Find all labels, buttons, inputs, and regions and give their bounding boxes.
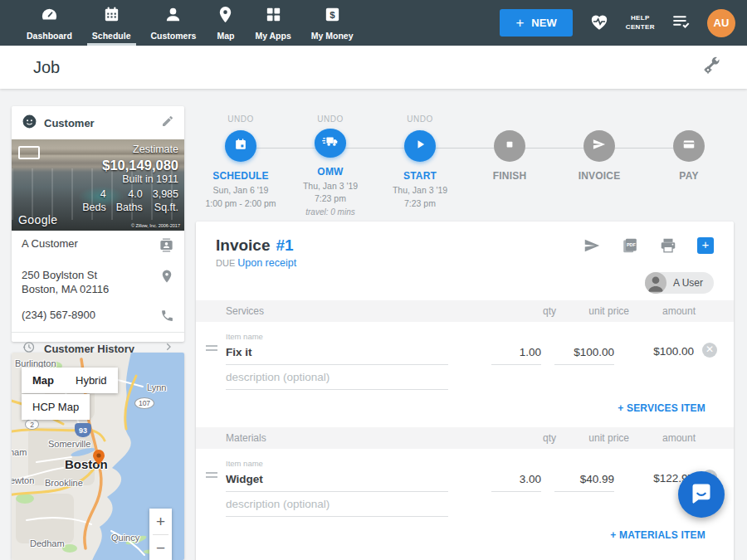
- start-step-button[interactable]: [404, 130, 436, 162]
- step-finish: FINISH: [465, 114, 554, 218]
- nav-item-dashboard[interactable]: Dashboard: [17, 0, 82, 46]
- map-label-quincy: Quincy: [111, 533, 139, 543]
- zoom-out-button[interactable]: −: [149, 535, 172, 560]
- zoom-in-button[interactable]: +: [149, 509, 172, 534]
- location-pin-icon[interactable]: [159, 269, 174, 288]
- send-invoice-icon[interactable]: [583, 236, 601, 255]
- map-type-map-button[interactable]: Map: [22, 368, 65, 393]
- pencil-icon[interactable]: [161, 114, 174, 131]
- invoice-number[interactable]: #1: [276, 236, 293, 255]
- user-avatar[interactable]: AU: [707, 9, 735, 37]
- amount-column-header: amount: [629, 305, 696, 317]
- svg-text:$: $: [330, 10, 335, 20]
- print-icon[interactable]: [659, 236, 677, 255]
- undo-schedule-button[interactable]: UNDO: [227, 114, 253, 128]
- service-unit-price-input[interactable]: [554, 342, 614, 365]
- material-unit-price-input[interactable]: [554, 469, 614, 492]
- customer-card-title: Customer: [44, 117, 95, 129]
- material-item-name-input[interactable]: [226, 469, 448, 492]
- hcp-map-button[interactable]: HCP Map: [22, 394, 90, 420]
- google-logo: Google: [18, 213, 58, 226]
- new-button-label: NEW: [531, 17, 556, 29]
- pdf-icon[interactable]: PDF: [621, 236, 639, 255]
- nav-item-customers[interactable]: Customers: [141, 0, 207, 46]
- interstate-shield-93: 93: [75, 423, 91, 437]
- invoice-step-button[interactable]: [583, 130, 615, 162]
- service-qty-input[interactable]: [491, 342, 541, 365]
- customer-face-icon: [22, 114, 37, 133]
- help-center-line1: HELP: [626, 14, 655, 23]
- route-shield-2: 2: [25, 419, 39, 430]
- calendar-icon: [232, 136, 249, 156]
- undo-start-button[interactable]: UNDO: [407, 114, 432, 128]
- material-qty-input[interactable]: [491, 469, 541, 492]
- property-photo[interactable]: Zestimate $10,149,080 Built in 1911 4Bed…: [12, 139, 184, 231]
- service-item-name-input[interactable]: [226, 342, 448, 365]
- customer-address: 250 Boylston StBoston, MA 02116: [22, 269, 109, 297]
- map-type-hybrid-button[interactable]: Hybrid: [65, 368, 118, 393]
- drag-handle-icon[interactable]: [206, 343, 217, 353]
- help-center-line2: CENTER: [626, 23, 655, 32]
- nav-label: Schedule: [92, 31, 131, 41]
- step-pay: PAY: [644, 114, 734, 218]
- built-year: Built in 1911: [82, 173, 178, 187]
- nav-item-my-money[interactable]: $ My Money: [301, 0, 364, 46]
- route-shield-107: 107: [134, 397, 154, 409]
- step-label: START: [403, 170, 437, 182]
- finish-step-button[interactable]: [494, 130, 525, 162]
- remove-service-item-button[interactable]: ✕: [702, 343, 717, 358]
- invoice-card: Invoice #1 PDF + DUEUpon receipt A User: [196, 222, 734, 560]
- customer-name-row: A Customer: [12, 231, 184, 262]
- add-invoice-button[interactable]: +: [697, 237, 714, 254]
- nav-item-schedule[interactable]: Schedule: [82, 0, 141, 46]
- step-label: SCHEDULE: [212, 170, 269, 182]
- due-terms-link[interactable]: Upon receipt: [237, 257, 296, 269]
- phone-icon[interactable]: [160, 309, 174, 327]
- undo-omw-button[interactable]: UNDO: [317, 114, 343, 126]
- omw-step-button[interactable]: [315, 129, 346, 157]
- drag-handle-icon[interactable]: [206, 470, 217, 480]
- heart-pulse-icon[interactable]: [588, 11, 610, 36]
- truck-icon: [321, 132, 339, 153]
- item-name-label: Item name: [226, 332, 448, 341]
- due-label: DUE: [216, 258, 235, 268]
- chat-launcher-button[interactable]: [678, 471, 725, 518]
- customer-phone-row: (234) 567-8900: [12, 302, 184, 332]
- add-material-item-link[interactable]: + MATERIALS ITEM: [610, 529, 706, 541]
- nav-label: Map: [217, 31, 234, 41]
- stat-sqft: 3,985Sq.ft.: [153, 188, 178, 214]
- new-button[interactable]: + NEW: [500, 9, 572, 37]
- section-name: Services: [226, 305, 506, 317]
- calendar-icon: [102, 5, 121, 27]
- help-center-link[interactable]: HELP CENTER: [626, 14, 655, 32]
- customer-phone: (234) 567-8900: [22, 309, 95, 323]
- page-header: Job: [0, 46, 747, 89]
- activity-list-icon[interactable]: [671, 11, 691, 35]
- photo-copyright: © Zillow, Inc. 2006-2017: [131, 223, 180, 228]
- qty-column-header: qty: [506, 432, 556, 444]
- svg-text:PDF: PDF: [627, 242, 637, 247]
- add-service-item-link[interactable]: + SERVICES ITEM: [618, 402, 706, 414]
- services-section-header: Services qty unit price amount: [196, 300, 734, 322]
- play-icon: [412, 136, 428, 156]
- credit-card-icon[interactable]: [673, 130, 705, 162]
- assignee-chip[interactable]: A User: [645, 272, 714, 294]
- nav-item-map[interactable]: Map: [206, 0, 245, 46]
- service-description-input[interactable]: [226, 367, 448, 390]
- service-item-row: Item name $100.00 ✕: [196, 322, 734, 365]
- invoice-title: Invoice: [216, 236, 270, 255]
- nav-label: Dashboard: [27, 31, 72, 41]
- nav-item-my-apps[interactable]: My Apps: [245, 0, 300, 46]
- map-widget[interactable]: Burlington Lynn 107 2 93 Somerville ham …: [12, 353, 184, 560]
- wrench-gear-icon[interactable]: [702, 56, 722, 79]
- material-item-row: Item name $122.97 ✕: [196, 449, 734, 492]
- assignee-avatar-icon: [645, 272, 666, 294]
- material-description-input[interactable]: [226, 494, 448, 517]
- top-nav: Dashboard Schedule Customers Map My Apps…: [0, 0, 747, 46]
- step-schedule-dates: Sun, Jan 6 '19 1:00 pm - 2:00 pm: [205, 184, 276, 211]
- schedule-step-button[interactable]: [225, 130, 256, 162]
- dollar-icon: $: [323, 5, 342, 27]
- service-amount: $100.00: [627, 345, 694, 365]
- step-label: OMW: [317, 166, 343, 178]
- contact-card-icon[interactable]: [159, 237, 174, 257]
